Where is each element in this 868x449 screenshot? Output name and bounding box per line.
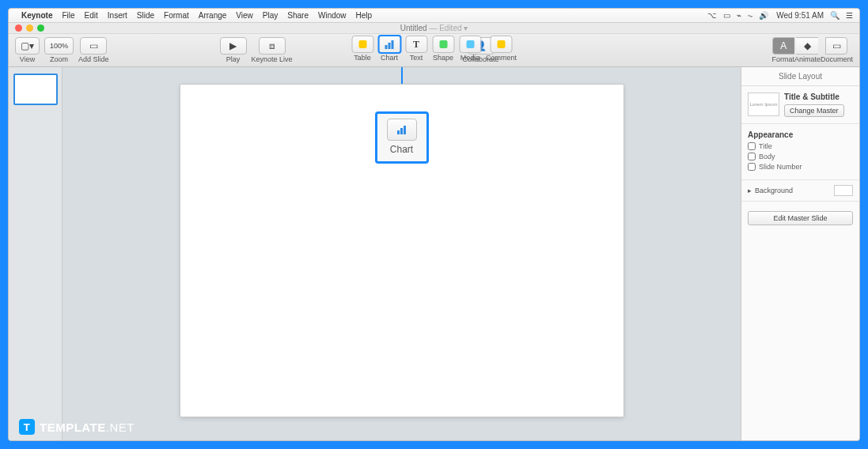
media-label: Media [461, 54, 480, 62]
text-tool[interactable]: T Text [405, 36, 427, 62]
close-window-icon[interactable] [15, 25, 22, 32]
layout-thumbnail: Lorem Ipsum [748, 92, 779, 116]
chart-label: Chart [381, 54, 398, 62]
chart-icon [385, 40, 393, 49]
slide-number-checkbox-row[interactable]: Slide Number [748, 163, 853, 171]
text-icon: T [413, 39, 419, 51]
menu-edit[interactable]: Edit [85, 11, 98, 20]
chart-tool[interactable]: Chart [378, 36, 400, 62]
shape-tool[interactable]: Shape [432, 36, 454, 62]
body-checkbox[interactable] [748, 153, 756, 160]
shape-icon [439, 40, 447, 48]
animate-tool[interactable]: ◆ Animate [794, 37, 821, 63]
view-label: View [20, 55, 35, 63]
media-tool[interactable]: Media [459, 36, 481, 62]
appearance-heading: Appearance [748, 130, 853, 139]
title-checkbox-row[interactable]: Title [748, 142, 853, 150]
watermark: T TEMPLATE.NET [19, 419, 135, 435]
menu-slide[interactable]: Slide [137, 11, 154, 20]
status-bluetooth-icon[interactable]: ⌁ [737, 11, 741, 20]
body-checkbox-row[interactable]: Body [748, 153, 853, 160]
animate-label: Animate [794, 55, 821, 63]
animate-icon: ◆ [804, 40, 811, 51]
play-icon: ▶ [229, 40, 237, 51]
table-tool[interactable]: Table [351, 36, 373, 62]
slide-thumbnail-1[interactable] [13, 74, 58, 105]
comment-tool[interactable]: Comment [486, 36, 517, 62]
format-icon: A [780, 40, 787, 51]
add-slide-icon: ▭ [89, 40, 98, 51]
media-icon [466, 40, 474, 48]
title-checkbox[interactable] [748, 142, 756, 150]
document-tool[interactable]: ▭ Document [821, 37, 853, 63]
keynote-live-icon: ⧈ [269, 40, 275, 51]
watermark-logo-icon: T [19, 419, 35, 435]
status-clock[interactable]: Wed 9:51 AM [776, 11, 824, 20]
window-titlebar: Untitled — Edited ▾ [9, 23, 859, 34]
keynote-live-tool[interactable]: ⧈ Keynote Live [252, 37, 293, 63]
document-icon: ▭ [832, 40, 841, 51]
zoom-tool[interactable]: 100% Zoom [44, 37, 74, 63]
layout-name: Title & Subtitle [784, 92, 853, 101]
background-swatch[interactable] [834, 185, 853, 196]
view-tool[interactable]: ▢▾ View [15, 37, 40, 63]
comment-label: Comment [486, 54, 517, 62]
menu-help[interactable]: Help [356, 11, 373, 20]
document-title: Untitled — Edited ▾ [400, 24, 468, 32]
status-display-icon[interactable]: ▭ [723, 11, 730, 20]
chevron-right-icon: ▸ [748, 187, 752, 194]
slide-navigator[interactable] [9, 67, 63, 440]
slide-canvas-area: Chart [63, 67, 741, 440]
menu-arrange[interactable]: Arrange [199, 11, 227, 20]
minimize-window-icon[interactable] [26, 25, 33, 32]
menu-view[interactable]: View [236, 11, 253, 20]
status-notification-icon[interactable]: ☰ [846, 11, 853, 20]
inspector-header: Slide Layout [741, 67, 859, 86]
toolbar: ▢▾ View 100% Zoom ▭ Add Slide ▶ Play [9, 34, 859, 67]
comment-icon [497, 40, 505, 48]
text-label: Text [410, 54, 423, 62]
status-volume-icon[interactable]: 🔊 [759, 11, 768, 20]
menu-window[interactable]: Window [318, 11, 347, 20]
keynote-live-label: Keynote Live [252, 55, 293, 63]
background-row[interactable]: ▸ Background [741, 180, 859, 202]
shape-label: Shape [433, 54, 453, 62]
slide-canvas[interactable]: Chart [180, 85, 624, 417]
mac-menubar: Keynote File Edit Insert Slide Format Ar… [9, 9, 859, 23]
view-icon: ▢▾ [21, 40, 34, 51]
status-search-icon[interactable]: 🔍 [830, 11, 840, 20]
zoom-label: Zoom [50, 55, 68, 63]
change-master-button[interactable]: Change Master [784, 104, 844, 117]
menu-play[interactable]: Play [263, 11, 278, 20]
status-tv-icon[interactable]: ⌥ [707, 11, 717, 20]
chart-callout-label: Chart [390, 144, 413, 155]
slide-number-checkbox[interactable] [748, 163, 756, 171]
menu-insert[interactable]: Insert [108, 11, 127, 20]
play-label: Play [226, 55, 241, 63]
table-icon [358, 40, 366, 48]
menu-format[interactable]: Format [164, 11, 189, 20]
menu-share[interactable]: Share [287, 11, 309, 20]
chart-icon [397, 125, 406, 134]
maximize-window-icon[interactable] [37, 25, 44, 32]
table-label: Table [354, 54, 371, 62]
format-tool[interactable]: A Format [771, 37, 794, 63]
add-slide-tool[interactable]: ▭ Add Slide [78, 37, 109, 63]
status-wifi-icon[interactable]: ⏦ [748, 11, 752, 20]
menu-file[interactable]: File [62, 11, 74, 20]
traffic-lights[interactable] [15, 25, 44, 32]
menu-app[interactable]: Keynote [21, 11, 52, 20]
chart-callout-icon-box [387, 119, 417, 141]
format-inspector: Slide Layout Lorem Ipsum Title & Subtitl… [741, 67, 859, 440]
document-label: Document [821, 55, 853, 63]
edit-master-button[interactable]: Edit Master Slide [748, 211, 853, 225]
format-label: Format [771, 55, 794, 63]
add-slide-label: Add Slide [78, 55, 109, 63]
chart-callout: Chart [375, 111, 429, 164]
play-tool[interactable]: ▶ Play [220, 37, 247, 63]
